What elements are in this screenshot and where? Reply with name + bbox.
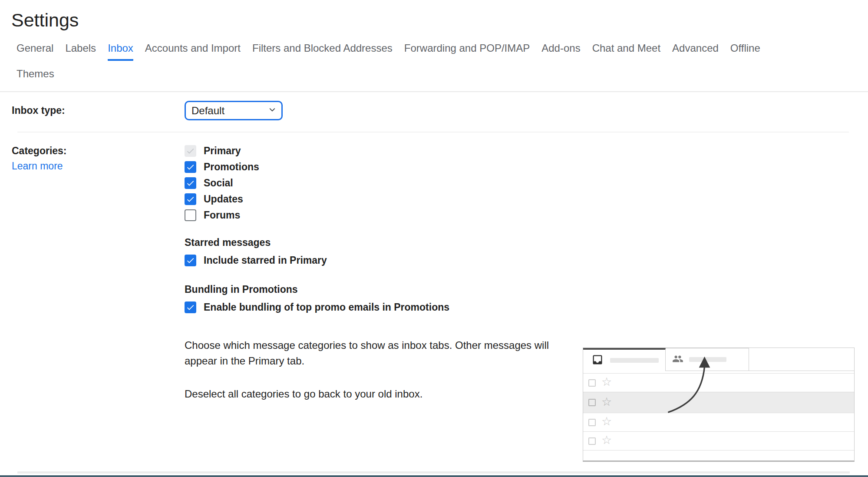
category-checkbox-list: PrimaryPromotionsSocialUpdatesForums	[185, 145, 868, 221]
settings-tabs-row-2: Themes	[17, 68, 868, 83]
preview-row: ☆	[583, 373, 854, 392]
settings-tabs: GeneralLabelsInboxAccounts and ImportFil…	[0, 42, 868, 83]
tab-forwarding-and-pop-imap[interactable]: Forwarding and POP/IMAP	[404, 42, 530, 61]
inbox-type-row: Inbox type: Default	[0, 92, 868, 132]
checkbox-label-enable-bundling-of-top-promo-emails-in-promotions: Enable bundling of top promo emails in P…	[204, 301, 449, 313]
placeholder-bar	[610, 358, 659, 363]
option-row-enable-bundling-of-top-promo-emails-in-promotions: Enable bundling of top promo emails in P…	[185, 301, 868, 313]
inbox-type-control-col: Default	[185, 101, 868, 120]
page-title: Settings	[0, 0, 868, 31]
checkbox-label-forums: Forums	[204, 209, 240, 221]
preview-tabbar-filler	[749, 348, 854, 371]
preview-tabbar	[583, 348, 854, 371]
star-icon: ☆	[601, 376, 612, 388]
star-icon: ☆	[601, 416, 612, 427]
checkbox-outline-icon	[588, 379, 596, 387]
star-icon: ☆	[601, 434, 612, 446]
tab-advanced[interactable]: Advanced	[672, 42, 719, 61]
bottom-window-edge	[0, 475, 868, 477]
checkbox-include-starred-in-primary[interactable]	[185, 255, 196, 266]
checkbox-updates[interactable]	[185, 193, 196, 205]
checkbox-outline-icon	[588, 437, 596, 445]
option-row-forums: Forums	[185, 209, 868, 221]
checkbox-enable-bundling-of-top-promo-emails-in-promotions[interactable]	[185, 301, 196, 313]
option-row-updates: Updates	[185, 193, 868, 205]
inbox-type-selected-value: Default	[191, 105, 224, 117]
preview-row: ☆	[583, 392, 854, 413]
inbox-tabs-illustration: ☆☆☆☆	[583, 348, 855, 462]
checkbox-label-updates: Updates	[204, 193, 243, 205]
tab-accounts-and-import[interactable]: Accounts and Import	[145, 42, 241, 61]
preview-row: ☆	[583, 413, 854, 431]
checkbox-primary	[185, 145, 196, 157]
checkbox-social[interactable]	[185, 177, 196, 189]
preview-tab-social	[666, 348, 749, 371]
deselect-description: Deselect all categories to go back to yo…	[185, 386, 549, 402]
checkbox-label-promotions: Promotions	[204, 161, 259, 173]
inbox-type-select[interactable]: Default	[185, 101, 283, 120]
inbox-type-label-col: Inbox type:	[12, 105, 185, 116]
checkbox-outline-icon	[588, 399, 596, 406]
chevron-down-icon	[267, 104, 278, 117]
checkbox-outline-icon	[588, 419, 596, 426]
checkbox-forums[interactable]	[185, 209, 196, 221]
starred-option-container: Include starred in Primary	[185, 255, 868, 266]
option-row-primary: Primary	[185, 145, 868, 157]
checkbox-label-primary: Primary	[204, 145, 241, 157]
option-row-promotions: Promotions	[185, 161, 868, 173]
tab-general[interactable]: General	[17, 42, 53, 61]
tab-inbox[interactable]: Inbox	[108, 42, 133, 61]
people-icon	[672, 353, 683, 366]
tab-add-ons[interactable]: Add-ons	[541, 42, 580, 61]
checkbox-label-social: Social	[204, 177, 233, 189]
bottom-scrollbar-track[interactable]	[17, 471, 850, 474]
placeholder-bar	[689, 357, 726, 362]
categories-label: Categories:	[12, 145, 185, 157]
star-icon: ☆	[601, 396, 612, 408]
settings-tabs-row-1: GeneralLabelsInboxAccounts and ImportFil…	[17, 42, 868, 61]
learn-more-link[interactable]: Learn more	[12, 160, 63, 172]
checkbox-label-include-starred-in-primary: Include starred in Primary	[204, 255, 327, 266]
starred-messages-heading: Starred messages	[185, 237, 868, 248]
preview-rows: ☆☆☆☆	[583, 373, 854, 462]
tab-labels[interactable]: Labels	[65, 42, 96, 61]
preview-row: ☆	[583, 431, 854, 450]
option-row-include-starred-in-primary: Include starred in Primary	[185, 255, 868, 266]
option-row-social: Social	[185, 177, 868, 189]
inbox-type-label: Inbox type:	[12, 105, 65, 116]
bundling-heading: Bundling in Promotions	[185, 284, 868, 295]
inbox-icon	[591, 354, 604, 368]
tab-themes[interactable]: Themes	[17, 68, 54, 83]
categories-label-col: Categories: Learn more	[12, 145, 185, 402]
preview-row-empty	[583, 450, 854, 462]
preview-tab-primary	[583, 348, 666, 371]
checkbox-promotions[interactable]	[185, 161, 196, 173]
tab-filters-and-blocked-addresses[interactable]: Filters and Blocked Addresses	[252, 42, 393, 61]
bundling-option-container: Enable bundling of top promo emails in P…	[185, 301, 868, 313]
tab-offline[interactable]: Offline	[730, 42, 760, 61]
gmail-settings-page: Settings GeneralLabelsInboxAccounts and …	[0, 0, 868, 477]
categories-description: Choose which message categories to show …	[185, 338, 549, 369]
tab-chat-and-meet[interactable]: Chat and Meet	[592, 42, 660, 61]
